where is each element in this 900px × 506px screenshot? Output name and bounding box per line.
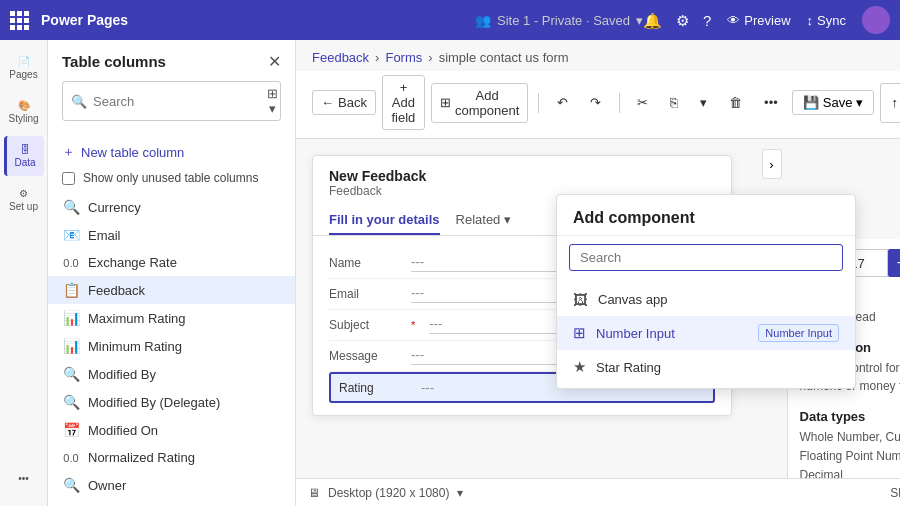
top-bar-icons: 🔔 ⚙ ? [643,13,711,28]
delete-button[interactable]: 🗑 [721,91,750,114]
col-item-modified-by-delegate[interactable]: 🔍 Modified By (Delegate) [48,388,295,416]
site-info-text: Site 1 - Private · Saved [497,13,630,28]
add-component-list: 🖼 Canvas app ⊞ Number Input Number Input… [557,279,855,388]
col-item-email[interactable]: 📧 Email [48,221,295,249]
col-item-modified-on[interactable]: 📅 Modified On [48,416,295,444]
form-canvas: › New Feedback Feedback Fill in your det… [296,139,900,478]
add-field-button[interactable]: + Add field [382,75,425,130]
show-hidden-button[interactable]: Show hidden [890,486,900,500]
modified-by-icon: 🔍 [62,366,80,382]
help-icon[interactable]: ? [703,13,711,28]
desktop-label: Desktop (1920 x 1080) [328,486,449,500]
save-button[interactable]: 💾 Save ▾ [792,90,875,115]
chevron-down-icon[interactable]: ▾ [636,13,643,28]
save-icon: 💾 [803,95,819,110]
pages-icon: 📄 [18,56,30,67]
breadcrumb-feedback[interactable]: Feedback [312,50,369,65]
tab-fill-details[interactable]: Fill in your details [329,208,440,235]
col-item-exchange-rate[interactable]: 0.0 Exchange Rate [48,249,295,276]
main-layout: 📄 Pages 🎨 Styling 🗄 Data ⚙ Set up ••• Ta… [0,40,900,506]
currency-icon: 🔍 [62,199,80,215]
back-icon: ← [321,95,334,110]
sidebar-item-styling[interactable]: 🎨 Styling [4,92,44,132]
app-name: Power Pages [41,12,128,28]
breadcrumb-sep2: › [428,50,432,65]
sidebar-item-pages[interactable]: 📄 Pages [4,48,44,88]
breadcrumb-forms[interactable]: Forms [385,50,422,65]
owner-icon: 🔍 [62,477,80,493]
breadcrumb: Feedback › Forms › simple contact us for… [296,40,900,71]
table-panel-title: Table columns ✕ [62,52,281,71]
add-component-button[interactable]: ⊞ Add component [431,83,528,123]
sidebar-item-more[interactable]: ••• [4,458,44,498]
data-types-section: Data types Whole Number, Currency, Float… [800,409,900,478]
modified-on-icon: 📅 [62,422,80,438]
grid-icon [10,11,29,30]
notifications-icon[interactable]: 🔔 [643,13,662,28]
table-panel-header: Table columns ✕ 🔍 ⊞ ▾ [48,40,295,137]
undo-button[interactable]: ↶ [549,91,576,114]
col-item-min-rating[interactable]: 📊 Minimum Rating [48,332,295,360]
redo-icon: ↷ [590,95,601,110]
show-unused-checkbox-row: Show only unused table columns [48,167,295,193]
exchange-rate-icon: 0.0 [62,257,80,269]
add-component-title: Add component [557,195,855,236]
chevron-right-icon: › [769,157,773,172]
close-panel-button[interactable]: ✕ [268,52,281,71]
sync-icon: ↕ [807,13,814,28]
add-comp-number-input[interactable]: ⊞ Number Input Number Input [557,316,855,350]
avatar[interactable] [862,6,890,34]
form-area: Feedback › Forms › simple contact us for… [296,40,900,506]
col-item-currency[interactable]: 🔍 Currency [48,193,295,221]
more-icon: ••• [18,473,29,484]
more-options-button[interactable]: ••• [756,91,786,114]
sidebar-item-data[interactable]: 🗄 Data [4,136,44,176]
preview-button[interactable]: 👁 Preview [727,13,790,28]
data-icon: 🗄 [20,144,30,155]
data-types-value: Whole Number, Currency, Floating Point N… [800,428,900,478]
save-chevron-icon: ▾ [856,95,863,110]
add-component-panel: Add component 🖼 Canvas app ⊞ Number Inpu… [556,194,856,389]
add-comp-star-rating[interactable]: ★ Star Rating [557,350,855,384]
data-types-title: Data types [800,409,900,424]
paste-dropdown-button[interactable]: ▾ [692,91,715,114]
col-item-feedback[interactable]: 📋 Feedback [48,276,295,304]
tab-related[interactable]: Related ▾ [456,208,511,235]
collapse-panel-button[interactable]: › [762,149,782,179]
col-item-owner[interactable]: 🔍 Owner [48,471,295,499]
copy-button[interactable]: ⎘ [662,91,686,114]
left-sidebar: 📄 Pages 🎨 Styling 🗄 Data ⚙ Set up ••• [0,40,48,506]
search-input[interactable] [93,94,261,109]
back-button[interactable]: ← Back [312,90,376,115]
publish-button[interactable]: ↑ Publish form [880,83,900,123]
star-icon: ★ [573,358,586,376]
redo-button[interactable]: ↷ [582,91,609,114]
add-component-search-area [557,236,855,279]
sidebar-item-setup[interactable]: ⚙ Set up [4,180,44,220]
min-rating-icon: 📊 [62,338,80,354]
people-icon: 👥 [475,13,491,28]
cut-button[interactable]: ✂ [629,91,656,114]
copy-icon: ⎘ [670,95,678,110]
search-box: 🔍 ⊞ ▾ [62,81,281,121]
stepper-plus-button[interactable]: + [888,249,900,277]
breadcrumb-sep1: › [375,50,379,65]
eye-icon: 👁 [727,13,740,28]
new-table-column-button[interactable]: ＋ New table column [48,137,295,167]
delete-icon: 🗑 [729,95,742,110]
undo-icon: ↶ [557,95,568,110]
show-unused-checkbox[interactable] [62,172,75,185]
col-item-normalized-rating[interactable]: 0.0 Normalized Rating [48,444,295,471]
bottom-bar: 🖥 Desktop (1920 x 1080) ▾ Show hidden [296,478,900,506]
sync-button[interactable]: ↕ Sync [807,13,846,28]
filter-button[interactable]: ⊞ ▾ [267,86,278,116]
add-comp-canvas-app[interactable]: 🖼 Canvas app [557,283,855,316]
col-item-max-rating[interactable]: 📊 Maximum Rating [48,304,295,332]
breadcrumb-current: simple contact us form [439,50,569,65]
chevron-down-icon: ▾ [700,95,707,110]
col-item-modified-by[interactable]: 🔍 Modified By [48,360,295,388]
settings-icon[interactable]: ⚙ [676,13,689,28]
add-component-search-input[interactable] [569,244,843,271]
styling-icon: 🎨 [18,100,30,111]
normalized-rating-icon: 0.0 [62,452,80,464]
